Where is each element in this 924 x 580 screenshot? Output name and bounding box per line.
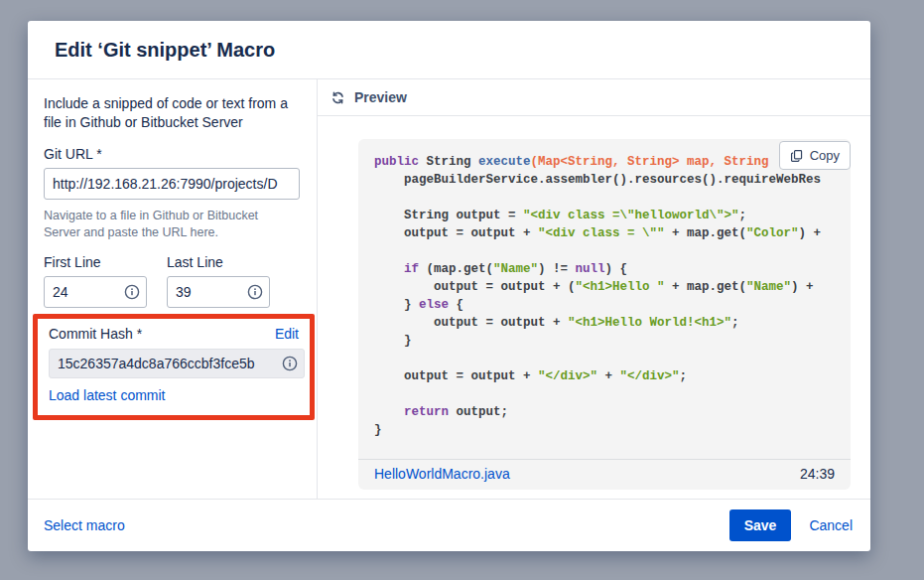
code-line: if (map.get("Name") != null) { bbox=[374, 260, 835, 278]
first-line-input-wrap bbox=[44, 276, 147, 308]
first-line-field-group: First Line bbox=[44, 254, 147, 308]
load-latest-commit-link[interactable]: Load latest commit bbox=[49, 387, 166, 403]
code-line: return output; bbox=[374, 403, 835, 421]
copy-button-label: Copy bbox=[810, 148, 840, 163]
code-line: public String execute(Map<String, String… bbox=[374, 153, 835, 171]
code-line: output = output + "</div>" + "</div>"; bbox=[374, 367, 835, 385]
preview-title: Preview bbox=[354, 89, 407, 105]
commit-hash-head: Commit Hash * Edit bbox=[49, 326, 299, 342]
copy-button[interactable]: Copy bbox=[779, 141, 851, 170]
info-icon[interactable] bbox=[247, 284, 263, 300]
copy-icon bbox=[790, 149, 804, 163]
git-url-input[interactable] bbox=[44, 168, 300, 200]
code-line bbox=[374, 385, 835, 403]
preview-panel: Preview Copy public String execute(Map<S… bbox=[318, 79, 870, 499]
code-line: output = output + "<h1>Hello World!<h1>"… bbox=[374, 314, 835, 332]
code-line bbox=[374, 242, 835, 260]
commit-hash-label: Commit Hash * bbox=[49, 326, 142, 342]
save-button[interactable]: Save bbox=[729, 509, 792, 541]
git-url-label: Git URL * bbox=[44, 146, 303, 162]
code-footer: HelloWorldMacro.java 24:39 bbox=[358, 459, 851, 490]
code-block: public String execute(Map<String, String… bbox=[358, 139, 851, 459]
select-macro-link[interactable]: Select macro bbox=[44, 517, 125, 533]
code-line: } else { bbox=[374, 296, 835, 314]
code-line: pageBuilderService.assembler().resources… bbox=[374, 171, 835, 189]
code-line: output = output + "<div class = \"" + ma… bbox=[374, 224, 835, 242]
dialog-footer: Select macro Save Cancel bbox=[28, 499, 870, 551]
commit-hash-edit-link[interactable]: Edit bbox=[275, 326, 299, 342]
line-range-row: First Line Last Line bbox=[44, 254, 303, 308]
code-line: } bbox=[374, 421, 835, 439]
code-line: String output = "<div class =\"helloworl… bbox=[374, 207, 835, 224]
code-line bbox=[374, 350, 835, 367]
macro-description: Include a snipped of code or text from a… bbox=[44, 94, 298, 132]
macro-form-panel: Include a snipped of code or text from a… bbox=[28, 79, 318, 499]
git-url-help-text: Navigate to a file in Github or Bitbucke… bbox=[44, 208, 282, 241]
refresh-icon[interactable] bbox=[330, 90, 345, 105]
dialog-title: Edit ‘Git snippet’ Macro bbox=[55, 39, 275, 62]
commit-hash-highlight: Commit Hash * Edit Load latest commit bbox=[33, 314, 315, 420]
code-line: } bbox=[374, 332, 835, 350]
preview-content: Copy public String execute(Map<String, S… bbox=[318, 116, 870, 499]
commit-hash-input bbox=[49, 349, 305, 378]
last-line-label: Last Line bbox=[167, 254, 270, 270]
dialog-body: Include a snipped of code or text from a… bbox=[28, 79, 870, 499]
first-line-label: First Line bbox=[44, 254, 147, 270]
code-line bbox=[374, 189, 835, 207]
code-snippet-card: Copy public String execute(Map<String, S… bbox=[358, 139, 851, 490]
preview-header: Preview bbox=[318, 79, 870, 116]
dialog-header: Edit ‘Git snippet’ Macro bbox=[28, 21, 870, 79]
commit-hash-input-wrap bbox=[49, 349, 305, 378]
last-line-input-wrap bbox=[167, 276, 270, 308]
footer-actions: Save Cancel bbox=[729, 509, 855, 541]
info-icon[interactable] bbox=[282, 356, 298, 371]
git-url-field-group: Git URL * Navigate to a file in Github o… bbox=[44, 146, 303, 241]
file-name-link[interactable]: HelloWorldMacro.java bbox=[374, 466, 510, 482]
line-range-value: 24:39 bbox=[800, 466, 835, 482]
edit-macro-dialog: Edit ‘Git snippet’ Macro Include a snipp… bbox=[28, 21, 870, 551]
last-line-field-group: Last Line bbox=[167, 254, 270, 308]
code-line: output = output + ("<h1>Hello " + map.ge… bbox=[374, 278, 835, 296]
cancel-button[interactable]: Cancel bbox=[809, 517, 853, 533]
modal-backdrop: { "dialog": { "title": "Edit ‘Git snippe… bbox=[0, 0, 924, 580]
info-icon[interactable] bbox=[124, 284, 140, 300]
